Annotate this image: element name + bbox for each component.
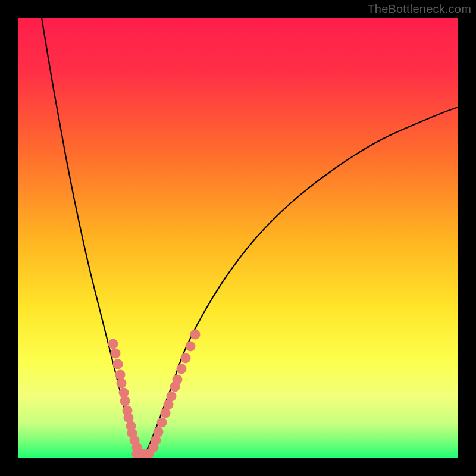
marker-dot — [177, 364, 187, 374]
chart-container: TheBottleneck.com — [0, 0, 476, 476]
marker-dot — [120, 396, 130, 406]
marker-dot — [111, 349, 121, 359]
watermark-text: TheBottleneck.com — [367, 2, 471, 16]
marker-dot — [181, 353, 191, 364]
marker-dot — [173, 375, 183, 385]
marker-dot — [108, 339, 118, 349]
marker-dot — [157, 418, 167, 428]
marker-dot — [190, 330, 201, 340]
marker-dot — [167, 392, 177, 402]
chart-svg — [18, 18, 458, 458]
marker-dot — [117, 378, 127, 389]
marker-dot — [186, 342, 196, 352]
background-rect — [18, 18, 458, 458]
plot-area — [18, 18, 458, 458]
marker-dot — [113, 359, 123, 369]
marker-dot — [154, 427, 164, 437]
